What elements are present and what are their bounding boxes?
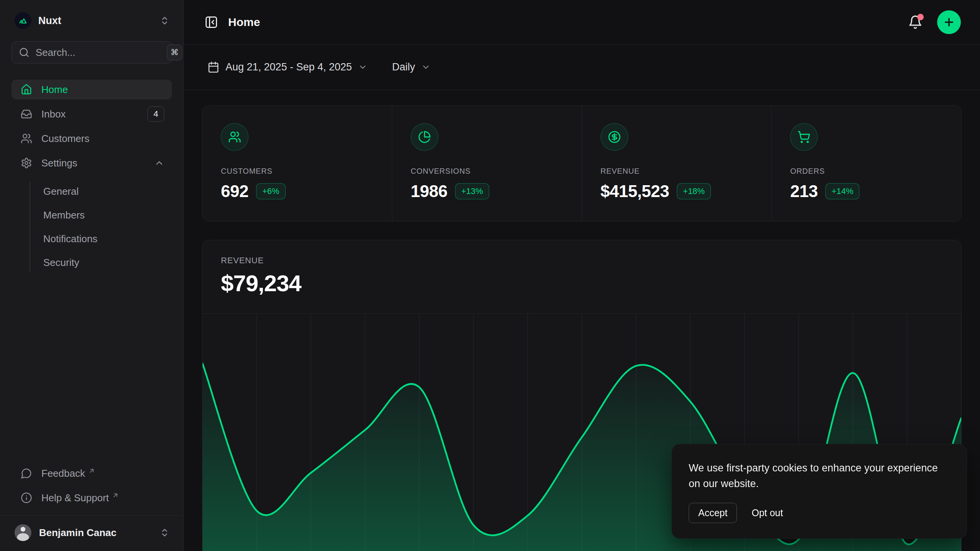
home-icon	[21, 84, 32, 95]
nuxt-logo-icon	[15, 12, 31, 29]
stat-customers: CUSTOMERS 692 +6%	[203, 106, 392, 221]
kbd-cmd: ⌘	[167, 44, 182, 60]
revenue-chart-header: REVENUE $79,234	[203, 240, 961, 297]
sidebar-item-customers[interactable]: Customers	[11, 129, 172, 148]
sidebar-subitem-notifications[interactable]: Notifications	[41, 229, 172, 249]
chevron-down-icon	[421, 62, 431, 72]
stat-orders: ORDERS 213 +14%	[771, 106, 961, 221]
cookie-optout-button[interactable]: Opt out	[750, 503, 784, 523]
external-link-icon	[88, 467, 95, 474]
panel-left-close-icon	[204, 15, 218, 29]
chevrons-up-down-icon	[160, 16, 170, 26]
stat-label: CUSTOMERS	[221, 167, 374, 176]
info-circle-icon	[21, 492, 32, 504]
gear-icon	[21, 157, 32, 169]
filters-toolbar: Aug 21, 2025 - Sep 4, 2025 Daily	[184, 45, 980, 90]
chevrons-up-down-icon	[160, 528, 170, 538]
users-icon	[221, 123, 248, 151]
search-icon	[19, 47, 29, 58]
collapse-sidebar-button[interactable]	[204, 15, 218, 29]
sidebar: Nuxt ⌘ K Home	[0, 0, 184, 551]
cookie-accept-button[interactable]: Accept	[689, 503, 737, 523]
stat-value: 1986	[411, 182, 448, 201]
cookie-banner: We use first-party cookies to enhance yo…	[671, 444, 967, 539]
workspace-switcher[interactable]: Nuxt	[11, 10, 172, 31]
stat-label: ORDERS	[790, 167, 943, 176]
user-name: Benjamin Canac	[39, 527, 116, 539]
settings-sub-list: General Members Notifications Security	[29, 181, 172, 272]
brand-name: Nuxt	[38, 15, 61, 27]
plus-icon	[943, 16, 955, 28]
inbox-icon	[21, 108, 32, 120]
users-icon	[21, 133, 32, 144]
sidebar-subitem-members[interactable]: Members	[41, 205, 172, 225]
stat-change-badge: +14%	[825, 183, 859, 199]
message-bubble-icon	[21, 468, 32, 479]
calendar-icon	[207, 61, 219, 73]
sidebar-subitem-security[interactable]: Security	[41, 253, 172, 272]
chevron-down-icon	[358, 62, 368, 72]
cookie-actions: Accept Opt out	[689, 503, 950, 523]
chevron-up-icon	[154, 158, 164, 168]
date-range-picker[interactable]: Aug 21, 2025 - Sep 4, 2025	[204, 57, 371, 77]
page-header: Home	[184, 0, 980, 45]
stat-change-badge: +13%	[455, 183, 489, 199]
stat-value: $415,523	[601, 182, 670, 201]
notifications-button[interactable]	[908, 15, 923, 29]
search-input[interactable]	[36, 47, 164, 59]
sidebar-item-label: Settings	[41, 157, 77, 169]
revenue-chart-value: $79,234	[221, 270, 943, 297]
header-actions	[908, 10, 961, 34]
feedback-label: Feedback	[41, 468, 85, 479]
add-button[interactable]	[937, 10, 961, 34]
stats-row: CUSTOMERS 692 +6% CONVERSIONS 1986 +13%	[202, 105, 962, 222]
help-support-link[interactable]: Help & Support	[11, 488, 172, 508]
stat-change-badge: +18%	[677, 183, 711, 199]
sidebar-item-settings[interactable]: Settings	[11, 153, 172, 173]
sidebar-item-label: Customers	[41, 133, 90, 145]
user-menu[interactable]: Benjamin Canac	[0, 515, 183, 551]
circle-dollar-icon	[601, 123, 628, 151]
period-value: Daily	[392, 61, 415, 73]
feedback-link[interactable]: Feedback	[11, 463, 172, 483]
sidebar-item-label: Home	[41, 84, 68, 96]
sidebar-subitem-general[interactable]: General	[41, 181, 172, 201]
sidebar-item-inbox[interactable]: Inbox 4	[11, 104, 172, 124]
external-link-icon	[112, 492, 119, 499]
date-range-value: Aug 21, 2025 - Sep 4, 2025	[225, 61, 352, 73]
inbox-count-badge: 4	[147, 106, 164, 122]
sidebar-nav: Home Inbox 4 Customers	[11, 80, 172, 274]
sidebar-item-label: Inbox	[41, 108, 66, 120]
stat-label: CONVERSIONS	[411, 167, 564, 176]
page-title: Home	[228, 16, 260, 29]
stat-change-badge: +6%	[256, 183, 286, 199]
stat-value: 213	[790, 182, 818, 201]
notification-dot	[917, 14, 924, 20]
sidebar-footer-links: Feedback Help & Support	[11, 463, 172, 515]
sidebar-item-home[interactable]: Home	[11, 80, 172, 99]
revenue-chart-label: REVENUE	[221, 256, 943, 266]
period-select[interactable]: Daily	[389, 57, 434, 77]
stat-conversions: CONVERSIONS 1986 +13%	[392, 106, 582, 221]
stat-revenue: REVENUE $415,523 +18%	[582, 106, 772, 221]
help-support-label: Help & Support	[41, 492, 109, 504]
sidebar-main: Nuxt ⌘ K Home	[0, 0, 183, 515]
pie-chart-icon	[411, 123, 438, 151]
search-box[interactable]: ⌘ K	[11, 41, 172, 64]
stat-label: REVENUE	[601, 167, 753, 176]
avatar	[15, 524, 31, 541]
stat-value: 692	[221, 182, 248, 201]
shopping-cart-icon	[790, 123, 818, 151]
cookie-message: We use first-party cookies to enhance yo…	[689, 460, 941, 491]
